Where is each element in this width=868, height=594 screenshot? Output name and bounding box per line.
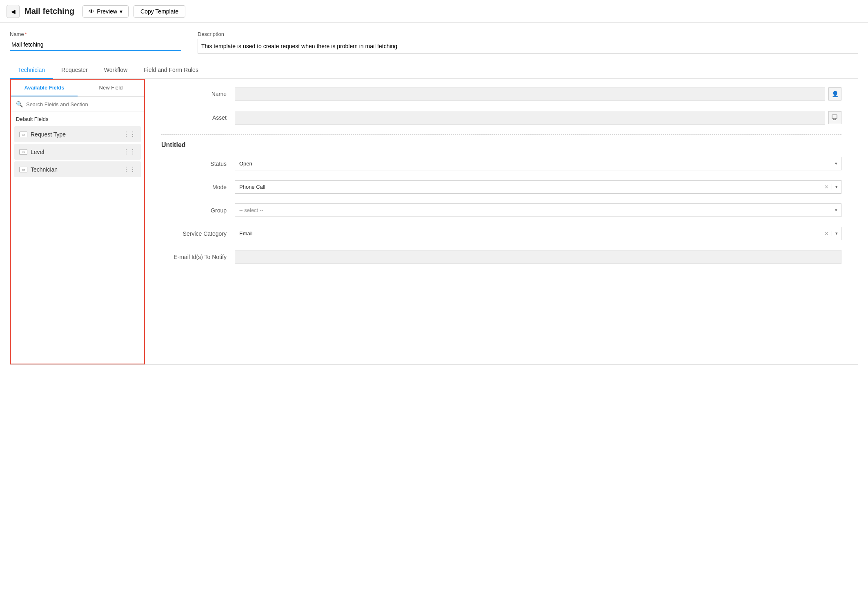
field-row-service-category: Service Category Email × ▾ <box>161 227 841 240</box>
mode-dropdown-button[interactable]: ▾ <box>832 184 841 190</box>
search-box: 🔍 <box>11 97 144 112</box>
sidebar-tab-new-field[interactable]: New Field <box>78 80 144 96</box>
tabs-bar: Technician Requester Workflow Field and … <box>10 62 858 79</box>
name-label: Name* <box>10 31 181 37</box>
field-row-group: Group -- select -- ▾ <box>161 203 841 217</box>
svg-rect-0 <box>832 115 837 118</box>
drag-handle-level[interactable]: ⋮⋮ <box>123 148 136 156</box>
preview-icon: 👁 <box>89 8 94 15</box>
field-type-icon-level: ▭ <box>19 149 27 155</box>
name-group: Name* <box>10 31 181 54</box>
person-icon: 👤 <box>832 91 839 97</box>
copy-template-label: Copy Template <box>140 8 178 15</box>
name-field-input[interactable] <box>235 87 825 101</box>
tab-field-form-rules[interactable]: Field and Form Rules <box>136 62 207 79</box>
field-type-icon-technician: ▭ <box>19 167 27 172</box>
form-row: Name* Description <box>10 31 858 54</box>
mode-select-wrap: Phone Call × ▾ <box>235 180 841 194</box>
service-category-clear-button[interactable]: × <box>821 230 832 237</box>
section-title: Untitled <box>161 141 841 149</box>
preview-dropdown-icon: ▾ <box>120 8 122 15</box>
search-input[interactable] <box>26 101 139 107</box>
page-title: Mail fetching <box>24 7 74 16</box>
status-select[interactable]: Open Closed Pending Resolved <box>235 157 841 170</box>
field-label-level: Level <box>31 149 44 155</box>
field-type-icon: ▭ <box>19 132 27 137</box>
field-row-email-notify: E-mail Id(s) To Notify <box>161 250 841 264</box>
field-row-name: Name 👤 <box>161 87 841 101</box>
drag-handle-technician[interactable]: ⋮⋮ <box>123 165 136 173</box>
desc-input[interactable] <box>198 39 858 54</box>
desc-label: Description <box>198 31 858 37</box>
group-select[interactable]: -- select -- <box>235 203 841 217</box>
drag-handle-request-type[interactable]: ⋮⋮ <box>123 130 136 138</box>
tab-requester[interactable]: Requester <box>53 62 96 79</box>
mode-value: Phone Call <box>235 181 821 193</box>
group-label: Group <box>161 207 227 214</box>
tab-technician[interactable]: Technician <box>10 62 53 79</box>
mode-label: Mode <box>161 184 227 190</box>
body-area: Available Fields New Field 🔍 Default Fie… <box>10 79 858 365</box>
sidebar: Available Fields New Field 🔍 Default Fie… <box>10 79 145 364</box>
status-label: Status <box>161 161 227 167</box>
field-row-status: Status Open Closed Pending Resolved ▾ <box>161 157 841 170</box>
field-item-request-type[interactable]: ▭ Request Type ⋮⋮ <box>14 126 141 142</box>
main-content: Name* Description Technician Requester W… <box>0 23 868 594</box>
divider <box>161 134 841 135</box>
service-category-label: Service Category <box>161 230 227 237</box>
field-item-technician[interactable]: ▭ Technician ⋮⋮ <box>14 161 141 177</box>
asset-field-input[interactable] <box>235 111 825 125</box>
field-row-mode: Mode Phone Call × ▾ <box>161 180 841 194</box>
field-item-level[interactable]: ▭ Level ⋮⋮ <box>14 144 141 160</box>
sidebar-tabs: Available Fields New Field <box>11 80 144 97</box>
asset-field-label: Asset <box>161 114 227 121</box>
top-bar: ◀ Mail fetching 👁 Preview ▾ Copy Templat… <box>0 0 868 23</box>
preview-button[interactable]: 👁 Preview ▾ <box>82 5 129 18</box>
field-row-asset: Asset <box>161 111 841 125</box>
service-category-dropdown-button[interactable]: ▾ <box>832 231 841 236</box>
copy-template-button[interactable]: Copy Template <box>134 5 185 18</box>
back-icon: ◀ <box>11 8 16 15</box>
service-category-value: Email <box>235 227 821 240</box>
tab-workflow[interactable]: Workflow <box>96 62 136 79</box>
email-notify-label: E-mail Id(s) To Notify <box>161 254 227 260</box>
name-icon-button[interactable]: 👤 <box>828 87 841 100</box>
right-content: Name 👤 Asset <box>145 79 858 364</box>
search-icon: 🔍 <box>16 101 23 107</box>
field-label-technician: Technician <box>31 166 58 173</box>
name-field-label: Name <box>161 91 227 97</box>
computer-icon <box>832 114 838 122</box>
mode-clear-button[interactable]: × <box>821 183 832 191</box>
service-category-select-wrap: Email × ▾ <box>235 227 841 240</box>
preview-label: Preview <box>97 8 117 15</box>
asset-icon-button[interactable] <box>828 111 841 124</box>
sidebar-tab-available-fields[interactable]: Available Fields <box>11 80 78 96</box>
name-input[interactable] <box>10 39 181 51</box>
email-notify-input[interactable] <box>235 250 841 264</box>
desc-group: Description <box>198 31 858 54</box>
back-button[interactable]: ◀ <box>7 5 20 18</box>
field-label-request-type: Request Type <box>31 131 66 138</box>
default-fields-label: Default Fields <box>11 112 144 125</box>
